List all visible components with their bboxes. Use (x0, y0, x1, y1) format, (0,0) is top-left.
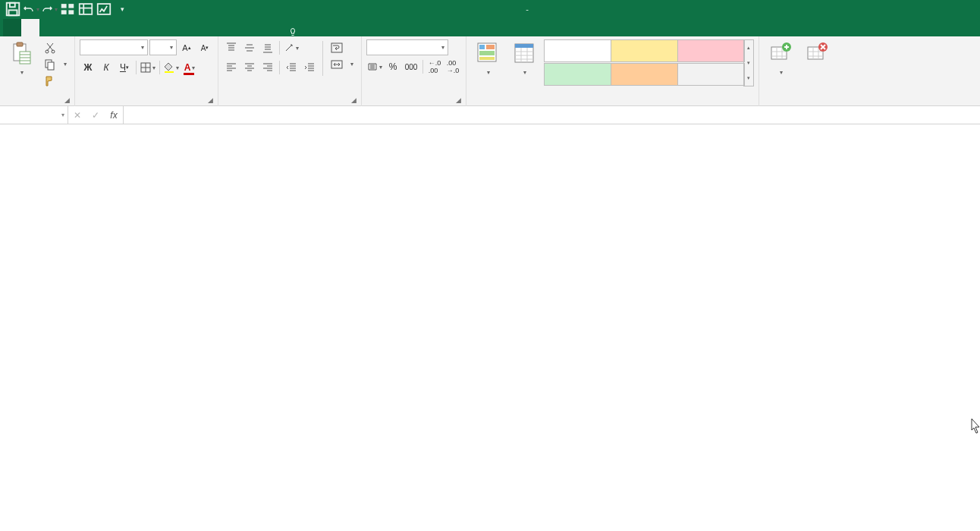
fx-function-icon[interactable]: fx (105, 110, 123, 121)
style-bad[interactable] (677, 39, 745, 62)
group-styles: ▴▾▾ (466, 36, 759, 106)
title-bar: ▾ - (0, 0, 980, 18)
svg-rect-26 (515, 44, 533, 48)
format-painter-button[interactable] (41, 73, 70, 89)
group-number: % 000 ←.0.00 .00→.0 ◢ (362, 36, 466, 106)
quick-access-toolbar: ▾ (0, 2, 135, 17)
formula-bar: ✕ ✓ fx (0, 106, 980, 124)
style-output[interactable] (677, 63, 745, 86)
alignment-dialog-launcher[interactable]: ◢ (351, 96, 359, 104)
tab-developer[interactable] (149, 19, 167, 36)
tab-home[interactable] (21, 19, 39, 36)
svg-rect-3 (61, 4, 67, 8)
tab-powerbi[interactable] (167, 19, 185, 36)
tab-view[interactable] (130, 19, 149, 36)
tab-file[interactable] (3, 19, 21, 36)
undo-icon[interactable] (23, 2, 39, 17)
align-bottom-icon[interactable] (259, 39, 276, 56)
tab-pagelayout[interactable] (58, 19, 76, 36)
comma-format-icon[interactable]: 000 (403, 58, 419, 75)
wrap-text-button[interactable] (328, 39, 357, 55)
style-good[interactable] (544, 63, 611, 86)
style-normal[interactable] (544, 39, 611, 62)
copy-button[interactable] (41, 56, 70, 72)
name-box[interactable] (0, 106, 68, 124)
align-left-icon[interactable] (223, 59, 240, 76)
qat-customize-icon[interactable]: ▾ (114, 2, 130, 17)
format-as-table-button[interactable] (507, 39, 541, 78)
svg-rect-10 (17, 42, 23, 46)
align-center-icon[interactable] (241, 59, 258, 76)
qat-btn-2[interactable] (77, 2, 94, 17)
insert-cells-button[interactable] (764, 39, 797, 78)
decrease-indent-icon[interactable] (283, 59, 300, 76)
svg-rect-18 (331, 43, 342, 52)
number-format-combo[interactable] (366, 39, 448, 55)
conditional-format-button[interactable] (471, 39, 504, 78)
svg-rect-4 (68, 4, 74, 8)
insert-cells-label (778, 67, 783, 77)
svg-rect-1 (10, 3, 15, 8)
font-color-button[interactable]: А (181, 59, 198, 76)
cell-styles-gallery (544, 39, 744, 86)
style-input[interactable] (611, 63, 678, 86)
tab-plex[interactable] (240, 19, 258, 36)
bold-button[interactable]: Ж (80, 59, 96, 76)
tab-vbaexcel[interactable] (258, 19, 276, 36)
save-icon[interactable] (5, 2, 21, 17)
svg-rect-8 (98, 4, 111, 14)
tab-insert[interactable] (39, 19, 58, 36)
percent-format-icon[interactable]: % (385, 58, 401, 75)
redo-icon[interactable] (41, 2, 58, 17)
merge-center-button[interactable] (328, 56, 357, 72)
orientation-icon[interactable] (283, 39, 300, 56)
svg-rect-22 (486, 45, 495, 49)
cut-button[interactable] (41, 39, 70, 55)
ribbon: ◢ A▴ A▾ Ж К Ч▾ А ◢ (0, 36, 980, 106)
tab-powerpivot[interactable] (221, 19, 240, 36)
spreadsheet-grid[interactable] (0, 124, 980, 531)
fill-color-button[interactable] (163, 59, 180, 76)
increase-indent-icon[interactable] (301, 59, 318, 76)
conditional-format-label (485, 67, 490, 77)
increase-font-icon[interactable]: A▴ (178, 39, 195, 56)
svg-rect-6 (68, 10, 74, 14)
font-size-combo[interactable] (149, 39, 177, 55)
increase-decimal-icon[interactable]: ←.0.00 (426, 58, 443, 75)
svg-rect-5 (61, 10, 67, 14)
group-font: A▴ A▾ Ж К Ч▾ А ◢ (75, 36, 218, 106)
font-name-combo[interactable] (80, 39, 148, 55)
style-neutral[interactable] (611, 39, 678, 62)
svg-rect-21 (479, 45, 485, 49)
decrease-font-icon[interactable]: A▾ (196, 39, 213, 56)
tab-formulas[interactable] (76, 19, 94, 36)
svg-rect-17 (165, 71, 174, 73)
tab-review[interactable] (112, 19, 130, 36)
number-dialog-launcher[interactable]: ◢ (456, 96, 463, 104)
paste-button[interactable] (5, 39, 38, 78)
tell-me[interactable] (281, 27, 308, 36)
accounting-format-icon[interactable] (366, 58, 383, 75)
fx-cancel-icon: ✕ (68, 110, 86, 121)
qat-btn-1[interactable] (59, 2, 76, 17)
font-dialog-launcher[interactable]: ◢ (208, 96, 215, 104)
cursor-arrow-icon (971, 419, 980, 434)
italic-button[interactable]: К (98, 59, 115, 76)
styles-gallery-more[interactable]: ▴▾▾ (743, 39, 754, 86)
align-middle-icon[interactable] (241, 39, 258, 56)
tab-acrobat[interactable] (203, 19, 221, 36)
group-clipboard: ◢ (0, 36, 75, 106)
clipboard-dialog-launcher[interactable]: ◢ (64, 96, 72, 104)
tab-data[interactable] (94, 19, 112, 36)
align-top-icon[interactable] (223, 39, 240, 56)
align-right-icon[interactable] (259, 59, 276, 76)
window-title: - (135, 5, 919, 14)
qat-btn-3[interactable] (96, 2, 112, 17)
delete-cells-button[interactable] (800, 39, 834, 68)
group-alignment: ◢ (218, 36, 362, 106)
underline-button[interactable]: Ч▾ (116, 59, 133, 76)
borders-button[interactable] (140, 59, 156, 76)
formula-input[interactable] (124, 106, 980, 124)
tab-inquire[interactable] (185, 19, 203, 36)
decrease-decimal-icon[interactable]: .00→.0 (444, 58, 461, 75)
